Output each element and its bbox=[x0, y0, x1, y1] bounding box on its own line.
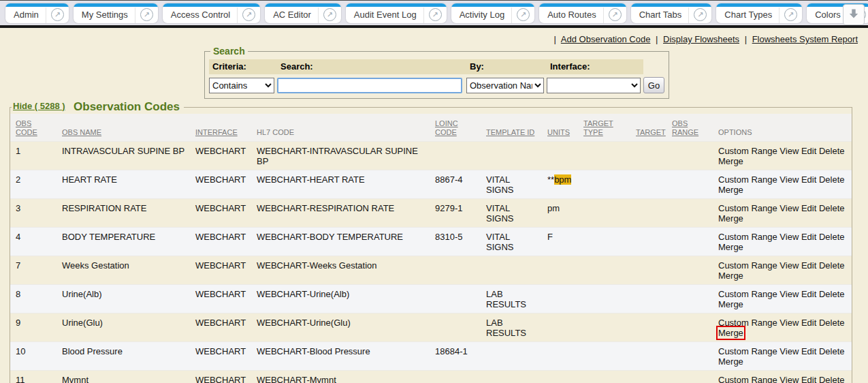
option-custom-range-link[interactable]: Custom Range bbox=[718, 260, 777, 271]
option-custom-range-link[interactable]: Custom Range bbox=[718, 346, 777, 356]
open-in-new-icon[interactable]: ↗ bbox=[517, 8, 530, 21]
search-input[interactable] bbox=[277, 78, 462, 93]
option-view-link[interactable]: View bbox=[779, 346, 799, 356]
option-delete-link[interactable]: Delete bbox=[819, 318, 845, 328]
option-custom-range-link[interactable]: Custom Range bbox=[718, 375, 777, 383]
option-delete-link[interactable]: Delete bbox=[819, 289, 845, 299]
column-header-obs-range[interactable]: OBS RANGE bbox=[666, 114, 713, 141]
open-in-new-icon[interactable]: ↗ bbox=[140, 8, 153, 21]
column-header-label[interactable]: LOINC CODE bbox=[435, 119, 458, 136]
column-header-loinc-code[interactable]: LOINC CODE bbox=[430, 114, 481, 141]
tab-chart-tabs[interactable]: Chart Tabs ↗ bbox=[631, 3, 712, 23]
column-header-obs-code[interactable]: OBS CODE bbox=[10, 114, 57, 141]
option-view-link[interactable]: View bbox=[779, 260, 799, 271]
option-merge-link[interactable]: Merge bbox=[718, 299, 743, 309]
option-edit-link[interactable]: Edit bbox=[801, 174, 816, 185]
column-header-target-type[interactable]: TARGET TYPE bbox=[578, 114, 630, 141]
tab-audit-event-log[interactable]: Audit Event Log ↗ bbox=[346, 3, 447, 23]
option-merge-link[interactable]: Merge bbox=[718, 356, 743, 367]
interface-label: Interface: bbox=[547, 59, 643, 74]
column-header-label[interactable]: TARGET TYPE bbox=[583, 119, 613, 136]
option-custom-range-link[interactable]: Custom Range bbox=[718, 318, 777, 328]
option-view-link[interactable]: View bbox=[779, 146, 799, 156]
display-flowsheets-link[interactable]: Display Flowsheets bbox=[663, 34, 739, 44]
option-edit-link[interactable]: Edit bbox=[801, 146, 816, 156]
option-custom-range-link[interactable]: Custom Range bbox=[718, 203, 777, 213]
tab-admin[interactable]: Admin ↗ bbox=[5, 3, 69, 23]
cell-obs-name: Weeks Gestation bbox=[57, 256, 190, 284]
option-edit-link[interactable]: Edit bbox=[801, 346, 816, 356]
cell-target-type bbox=[578, 198, 630, 227]
option-view-link[interactable]: View bbox=[779, 174, 799, 185]
tab-chart-types[interactable]: Chart Types ↗ bbox=[716, 3, 802, 23]
option-delete-link[interactable]: Delete bbox=[819, 260, 845, 271]
option-custom-range-link[interactable]: Custom Range bbox=[718, 232, 777, 242]
column-header-label[interactable]: INTERFACE bbox=[195, 128, 238, 136]
cell-template-id: VITAL SIGNS bbox=[481, 170, 542, 198]
option-delete-link[interactable]: Delete bbox=[819, 375, 845, 383]
tab-access-control[interactable]: Access Control ↗ bbox=[163, 3, 260, 23]
tab-overflow-button[interactable] bbox=[843, 4, 865, 25]
hide-count-link[interactable]: Hide ( 5288 ) bbox=[13, 101, 65, 111]
option-edit-link[interactable]: Edit bbox=[801, 289, 816, 299]
option-edit-link[interactable]: Edit bbox=[801, 260, 816, 271]
tab-my-settings[interactable]: My Settings ↗ bbox=[74, 3, 158, 23]
tab-divider bbox=[603, 7, 604, 23]
open-in-new-icon[interactable]: ↗ bbox=[51, 8, 64, 21]
add-observation-code-link[interactable]: Add Observation Code bbox=[561, 34, 651, 44]
tab-auto-routes[interactable]: Auto Routes ↗ bbox=[539, 3, 626, 23]
option-custom-range-link[interactable]: Custom Range bbox=[718, 289, 777, 299]
option-edit-link[interactable]: Edit bbox=[801, 375, 816, 383]
option-view-link[interactable]: View bbox=[779, 203, 799, 213]
option-delete-link[interactable]: Delete bbox=[819, 232, 845, 242]
search-by-select[interactable]: Observation Name bbox=[466, 78, 544, 93]
open-in-new-icon[interactable]: ↗ bbox=[242, 8, 255, 21]
go-button[interactable]: Go bbox=[643, 77, 664, 93]
option-delete-link[interactable]: Delete bbox=[819, 174, 845, 185]
column-header-label[interactable]: OBS CODE bbox=[16, 119, 37, 136]
option-edit-link[interactable]: Edit bbox=[801, 232, 816, 242]
cell-target-type bbox=[578, 284, 630, 313]
option-custom-range-link[interactable]: Custom Range bbox=[718, 146, 777, 156]
tab-activity-log[interactable]: Activity Log ↗ bbox=[451, 3, 534, 23]
interface-select[interactable] bbox=[547, 78, 641, 93]
option-view-link[interactable]: View bbox=[779, 375, 799, 383]
option-delete-link[interactable]: Delete bbox=[819, 146, 845, 156]
option-merge-link[interactable]: Merge bbox=[718, 242, 743, 252]
column-header-interface[interactable]: INTERFACE bbox=[190, 114, 251, 141]
option-view-link[interactable]: View bbox=[779, 232, 799, 242]
option-view-link[interactable]: View bbox=[779, 289, 799, 299]
option-merge-link[interactable]: Merge bbox=[718, 271, 743, 281]
column-header-units[interactable]: UNITS bbox=[542, 114, 578, 141]
option-view-link[interactable]: View bbox=[779, 318, 799, 328]
cell-target-type bbox=[578, 256, 630, 284]
column-header-label[interactable]: UNITS bbox=[547, 128, 570, 136]
option-custom-range-link[interactable]: Custom Range bbox=[718, 174, 777, 185]
column-header-target[interactable]: TARGET bbox=[630, 114, 666, 141]
flowsheets-system-report-link[interactable]: Flowsheets System Report bbox=[752, 34, 858, 44]
column-header-obs-name[interactable]: OBS NAME bbox=[57, 114, 190, 141]
open-in-new-icon[interactable]: ↗ bbox=[694, 8, 707, 21]
open-in-new-icon[interactable]: ↗ bbox=[784, 8, 797, 21]
column-header-label[interactable]: TEMPLATE ID bbox=[486, 128, 534, 136]
option-merge-link[interactable]: Merge bbox=[718, 213, 743, 224]
column-header-label[interactable]: OBS RANGE bbox=[672, 119, 698, 136]
option-merge-link[interactable]: Merge bbox=[718, 156, 743, 166]
option-edit-link[interactable]: Edit bbox=[801, 318, 816, 328]
option-delete-link[interactable]: Delete bbox=[819, 346, 845, 356]
observation-codes-table: OBS CODEOBS NAMEINTERFACEHL7 CODELOINC C… bbox=[10, 114, 852, 383]
option-merge-link[interactable]: Merge bbox=[718, 185, 743, 195]
cell-hl7-code: WEBCHART-Mvmnt bbox=[251, 370, 430, 383]
option-merge-link[interactable]: Merge bbox=[718, 328, 743, 338]
column-header-label[interactable]: TARGET bbox=[636, 128, 666, 136]
column-header-label[interactable]: OBS NAME bbox=[62, 128, 101, 136]
option-edit-link[interactable]: Edit bbox=[801, 203, 816, 213]
open-in-new-icon[interactable]: ↗ bbox=[323, 8, 336, 21]
option-delete-link[interactable]: Delete bbox=[819, 203, 845, 213]
tab-ac-editor[interactable]: AC Editor ↗ bbox=[265, 3, 341, 23]
open-in-new-icon[interactable]: ↗ bbox=[609, 8, 622, 21]
open-in-new-icon[interactable]: ↗ bbox=[429, 8, 442, 21]
column-header-template-id[interactable]: TEMPLATE ID bbox=[481, 114, 542, 141]
criteria-select[interactable]: Contains bbox=[209, 78, 274, 93]
cell-obs-name: RESPIRATION RATE bbox=[57, 198, 190, 227]
